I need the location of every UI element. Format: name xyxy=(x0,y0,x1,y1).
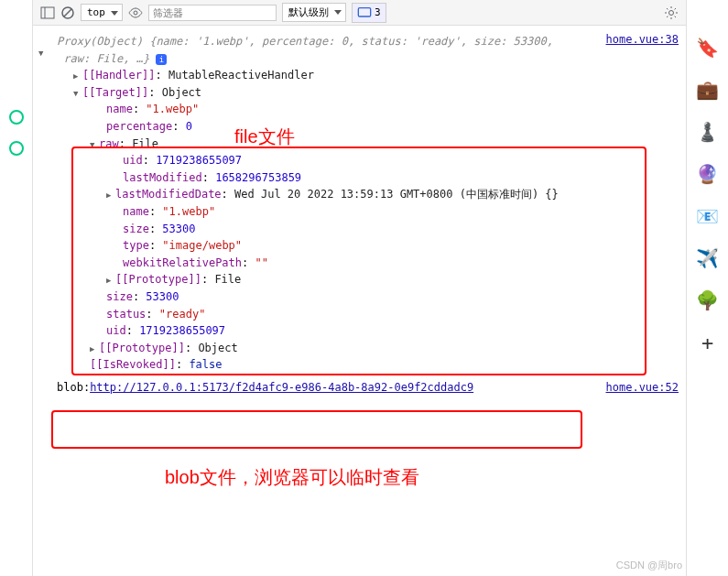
prop-key: [[Prototype]] xyxy=(115,273,201,286)
prop-key: size xyxy=(106,290,133,303)
source-link[interactable]: home.vue:38 xyxy=(606,31,679,49)
prop-key: type xyxy=(123,239,149,252)
prop-value: "" xyxy=(255,256,268,269)
prop-value: 53300 xyxy=(162,223,195,235)
prop-key: lastModifiedDate xyxy=(115,188,222,201)
issues-number: 3 xyxy=(375,6,381,18)
context-select[interactable]: top xyxy=(81,4,123,21)
prop-value: MutableReactiveHandler xyxy=(168,69,314,82)
console-output: home.vue:38 Proxy(Object) {name: '1.webp… xyxy=(33,26,686,576)
svg-point-6 xyxy=(669,10,674,15)
add-icon[interactable]: + xyxy=(701,331,713,354)
prop-value: false xyxy=(189,358,222,371)
source-link[interactable]: home.vue:52 xyxy=(606,379,679,397)
expand-toggle[interactable] xyxy=(38,44,48,61)
left-sidebar xyxy=(0,0,33,576)
expand-toggle[interactable] xyxy=(73,67,82,84)
annotation-blob-label: blob文件，浏览器可以临时查看 xyxy=(165,465,419,490)
svg-point-4 xyxy=(134,11,137,15)
filter-input[interactable] xyxy=(148,5,277,21)
expand-toggle[interactable] xyxy=(73,84,82,102)
prop-value: File xyxy=(214,273,241,286)
prop-value: 1658296753859 xyxy=(215,171,301,184)
level-select[interactable]: 默认级别 xyxy=(282,3,346,22)
prop-key: lastModified xyxy=(123,171,202,184)
expand-toggle[interactable] xyxy=(90,340,99,357)
proxy-summary[interactable]: Proxy(Object) {name: '1.webp', percentag… xyxy=(57,35,553,65)
svg-rect-5 xyxy=(358,7,370,16)
console-toolbar: top 默认级别 3 xyxy=(33,0,686,26)
sidebar-toggle-icon[interactable] xyxy=(40,5,55,20)
info-badge-icon[interactable]: i xyxy=(156,54,167,65)
tag-icon[interactable]: 🔖 xyxy=(696,37,719,59)
prop-value: 1719238655097 xyxy=(156,154,242,167)
settings-icon[interactable] xyxy=(664,5,679,20)
prop-key: uid xyxy=(106,324,126,337)
prop-value: Object xyxy=(162,86,201,99)
prop-value: 1719238655097 xyxy=(139,324,225,337)
svg-line-3 xyxy=(64,9,71,16)
expand-toggle[interactable] xyxy=(106,271,115,288)
right-sidebar: 🔖 💼 ♟️ 🔮 📧 ✈️ 🌳 + xyxy=(686,0,728,576)
prop-value: Wed Jul 20 2022 13:59:13 GMT+0800 (中国标准时… xyxy=(234,188,538,201)
eye-icon[interactable] xyxy=(128,5,143,20)
briefcase-icon[interactable]: 💼 xyxy=(696,79,719,101)
prop-key: status xyxy=(106,308,146,321)
telegram-icon[interactable]: ✈️ xyxy=(696,247,719,269)
prop-key: [[Prototype]] xyxy=(99,342,185,354)
prop-value: "1.webp" xyxy=(162,205,215,218)
message-icon xyxy=(357,5,372,20)
prop-key: name xyxy=(106,103,133,115)
prop-key: size xyxy=(123,223,149,235)
prop-value: "ready" xyxy=(159,308,206,321)
copilot-icon[interactable]: 🔮 xyxy=(696,163,719,185)
prop-value: Object xyxy=(198,342,237,354)
blob-url-link[interactable]: http://127.0.0.1:5173/f2d4afc9-e986-4a8b… xyxy=(90,381,473,394)
expand-toggle[interactable] xyxy=(90,136,99,153)
prop-value: 53300 xyxy=(146,290,179,303)
issues-count[interactable]: 3 xyxy=(352,3,386,23)
status-dot-icon xyxy=(9,141,24,156)
watermark: CSDN @周bro xyxy=(616,559,682,572)
prop-key: percentage xyxy=(106,120,172,133)
chess-icon[interactable]: ♟️ xyxy=(696,121,719,143)
blob-prefix: blob: xyxy=(57,381,90,394)
prop-value: 0 xyxy=(186,120,192,133)
prop-key: [[Target]] xyxy=(82,86,148,99)
prop-value: "image/webp" xyxy=(162,239,242,252)
prop-key: webkitRelativePath xyxy=(123,256,242,269)
prop-value: File xyxy=(132,137,158,150)
prop-key: [[IsRevoked]] xyxy=(90,358,176,371)
prop-key: uid xyxy=(123,154,143,167)
prop-key: [[Handler]] xyxy=(82,69,155,82)
prop-key: name xyxy=(123,205,149,218)
expand-toggle[interactable] xyxy=(106,186,115,203)
tree-icon[interactable]: 🌳 xyxy=(696,289,719,311)
prop-value: "1.webp" xyxy=(146,103,199,115)
outlook-icon[interactable]: 📧 xyxy=(696,205,719,227)
status-dot-icon xyxy=(9,110,24,125)
clear-icon[interactable] xyxy=(60,5,75,20)
prop-key: raw xyxy=(99,137,119,150)
annotation-file-label: file文件 xyxy=(234,125,295,149)
svg-rect-0 xyxy=(41,7,54,18)
